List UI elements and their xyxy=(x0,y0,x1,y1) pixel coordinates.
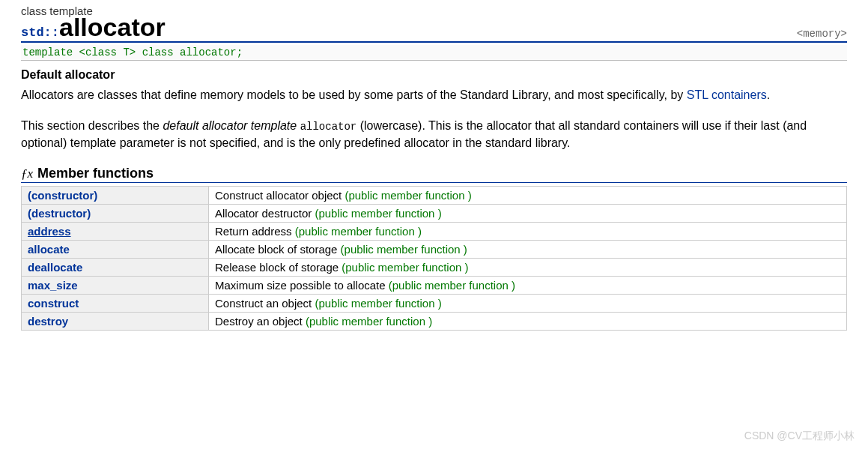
public-tag: (public member function ) xyxy=(315,207,441,220)
namespace-prefix: std:: xyxy=(21,25,59,40)
member-name-cell: address xyxy=(22,222,209,240)
member-desc-cell: Destroy an object (public member functio… xyxy=(209,312,847,330)
member-link[interactable]: destroy xyxy=(28,315,68,328)
stl-containers-link[interactable]: STL containers xyxy=(687,88,767,101)
member-name-cell: (destructor) xyxy=(22,204,209,222)
member-desc: Return address xyxy=(215,225,295,238)
member-name-cell: (constructor) xyxy=(22,186,209,204)
title-row: std:: allocator <memory> xyxy=(21,14,847,43)
section-title-text: Member functions xyxy=(37,166,154,181)
member-name-cell: construct xyxy=(22,294,209,312)
member-desc: Allocator destructor xyxy=(215,207,315,220)
table-row: (destructor)Allocator destructor (public… xyxy=(22,204,847,222)
para2-text-a: This section describes the xyxy=(21,119,163,132)
member-desc: Destroy an object xyxy=(215,315,306,328)
member-desc-cell: Allocate block of storage (public member… xyxy=(209,240,847,258)
public-tag: (public member function ) xyxy=(389,279,515,292)
member-desc: Construct an object xyxy=(215,297,315,310)
member-desc: Allocate block of storage xyxy=(215,243,341,256)
member-functions-table: (constructor)Construct allocator object … xyxy=(21,186,847,331)
member-name-cell: destroy xyxy=(22,312,209,330)
section-title: ƒx Member functions xyxy=(21,166,847,183)
member-name-cell: allocate xyxy=(22,240,209,258)
member-desc-cell: Allocator destructor (public member func… xyxy=(209,204,847,222)
member-desc: Maximum size possible to allocate xyxy=(215,279,389,292)
member-desc-cell: Construct allocator object (public membe… xyxy=(209,186,847,204)
public-tag: (public member function ) xyxy=(345,189,471,202)
member-link[interactable]: deallocate xyxy=(28,261,82,274)
para2-em: default allocator template xyxy=(163,119,297,132)
template-signature: template <class T> class allocator; xyxy=(21,45,847,61)
member-desc-cell: Maximum size possible to allocate (publi… xyxy=(209,276,847,294)
public-tag: (public member function ) xyxy=(341,243,467,256)
member-link[interactable]: max_size xyxy=(28,279,78,292)
table-row: deallocateRelease block of storage (publ… xyxy=(22,258,847,276)
table-row: max_sizeMaximum size possible to allocat… xyxy=(22,276,847,294)
member-name-cell: max_size xyxy=(22,276,209,294)
paragraph-1: Allocators are classes that define memor… xyxy=(21,86,845,103)
member-link[interactable]: address xyxy=(28,225,71,238)
table-row: (constructor)Construct allocator object … xyxy=(22,186,847,204)
class-name: allocator xyxy=(59,14,166,40)
para1-text-b: . xyxy=(767,88,770,101)
para2-code: allocator xyxy=(300,121,357,133)
title-left: std:: allocator xyxy=(21,14,166,40)
member-link[interactable]: allocate xyxy=(28,243,70,256)
table-row: constructConstruct an object (public mem… xyxy=(22,294,847,312)
header-tag: <memory> xyxy=(797,28,847,40)
table-row: addressReturn address (public member fun… xyxy=(22,222,847,240)
paragraph-2: This section describes the default alloc… xyxy=(21,117,845,151)
public-tag: (public member function ) xyxy=(315,297,441,310)
member-desc-cell: Release block of storage (public member … xyxy=(209,258,847,276)
para1-text-a: Allocators are classes that define memor… xyxy=(21,88,687,101)
fx-icon: ƒx xyxy=(21,166,33,181)
member-link[interactable]: (destructor) xyxy=(28,207,91,220)
public-tag: (public member function ) xyxy=(295,225,422,238)
subheading: Default allocator xyxy=(21,68,847,82)
member-desc-cell: Return address (public member function ) xyxy=(209,222,847,240)
member-name-cell: deallocate xyxy=(22,258,209,276)
public-tag: (public member function ) xyxy=(342,261,468,274)
member-link[interactable]: (constructor) xyxy=(28,189,97,202)
member-link[interactable]: construct xyxy=(28,297,79,310)
table-row: destroyDestroy an object (public member … xyxy=(22,312,847,330)
table-row: allocateAllocate block of storage (publi… xyxy=(22,240,847,258)
member-desc: Release block of storage xyxy=(215,261,342,274)
member-desc-cell: Construct an object (public member funct… xyxy=(209,294,847,312)
public-tag: (public member function ) xyxy=(306,315,432,328)
member-desc: Construct allocator object xyxy=(215,189,345,202)
